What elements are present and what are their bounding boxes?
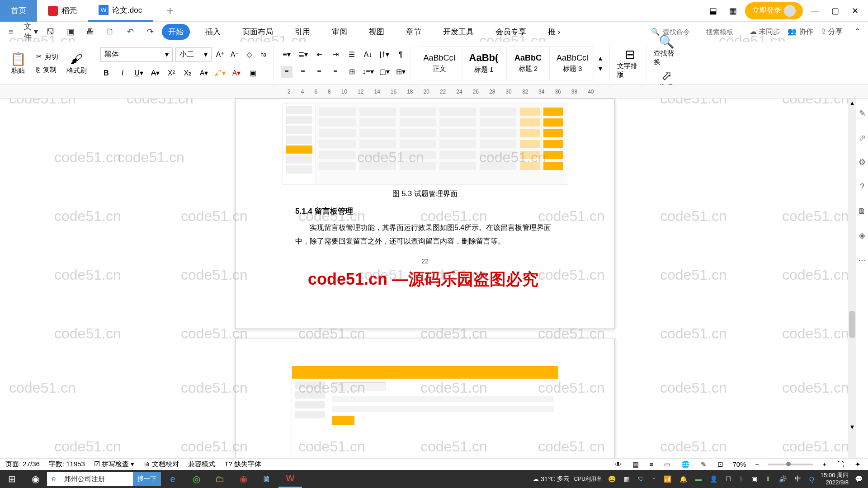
menutab-insert[interactable]: 插入 bbox=[199, 24, 227, 40]
collab-button[interactable]: 👥 协作 bbox=[788, 27, 813, 37]
taskbar-search[interactable]: e 搜一下 bbox=[47, 472, 161, 486]
scroll-down-icon[interactable]: ▾ bbox=[848, 422, 856, 431]
new-tab-button[interactable]: + bbox=[166, 4, 174, 18]
superscript-button[interactable]: X² bbox=[165, 67, 177, 79]
italic-button[interactable]: I bbox=[117, 67, 128, 79]
maximize-button[interactable]: ▢ bbox=[827, 3, 843, 19]
bold-button[interactable]: B bbox=[100, 67, 112, 79]
borders-button[interactable]: ⊞▾ bbox=[395, 66, 406, 78]
minimize-button[interactable]: — bbox=[807, 3, 823, 19]
align-right-button[interactable]: ≡ bbox=[313, 66, 325, 78]
redo-icon[interactable]: ↷ bbox=[143, 24, 157, 39]
tray-icon[interactable]: ⬇ bbox=[764, 474, 773, 483]
app-explorer-icon[interactable]: 🗀 bbox=[208, 470, 231, 488]
shrink-font-icon[interactable]: A⁻ bbox=[229, 49, 241, 61]
decrease-indent-button[interactable]: ⇤ bbox=[313, 49, 325, 61]
tray-icon[interactable]: ▦ bbox=[622, 474, 632, 483]
menutab-more[interactable]: 推 › bbox=[542, 24, 566, 40]
doc-paragraph[interactable]: 实现留言板管理功能，其界面运行效果图如图5.4所示。在该留言板管理界面中，除了需… bbox=[295, 221, 555, 249]
menutab-view[interactable]: 视图 bbox=[363, 24, 391, 40]
font-size-select[interactable]: 小二▾ bbox=[175, 47, 212, 62]
spell-check[interactable]: ☑ 拼写检查 ▾ bbox=[94, 460, 134, 469]
align-center-button[interactable]: ≡ bbox=[297, 66, 309, 78]
tray-icon[interactable]: ↑ bbox=[651, 474, 657, 483]
fullscreen-icon[interactable]: ⛶ bbox=[835, 460, 846, 469]
help-tool-icon[interactable]: ? bbox=[856, 181, 868, 192]
menutab-layout[interactable]: 页面布局 bbox=[236, 24, 279, 40]
tray-ime-icon[interactable]: 中 bbox=[793, 474, 803, 484]
text-layout-button[interactable]: ⊟文字排版 bbox=[617, 47, 642, 79]
view-outline-icon[interactable]: ≡ bbox=[648, 460, 656, 469]
style-h2[interactable]: AaBbC标题 2 bbox=[506, 46, 550, 80]
shading-button[interactable]: ▢▾ bbox=[378, 66, 390, 78]
char-border-button[interactable]: ▣ bbox=[247, 67, 259, 79]
asian-layout-button[interactable]: ☰ bbox=[346, 49, 358, 61]
undo-icon[interactable]: ↶ bbox=[123, 24, 137, 39]
eye-icon[interactable]: 👁 bbox=[613, 460, 623, 469]
tray-icon[interactable]: 🛡 bbox=[636, 474, 646, 483]
diamond-tool-icon[interactable]: ◈ bbox=[856, 230, 868, 241]
saveas-icon[interactable]: ▣ bbox=[63, 24, 78, 39]
zoom-out-button[interactable]: − bbox=[753, 460, 761, 469]
missing-fonts[interactable]: T? 缺失字体 bbox=[224, 460, 261, 469]
tab-document[interactable]: W 论文.doc bbox=[88, 0, 153, 22]
taskbar-search-input[interactable] bbox=[61, 472, 133, 486]
app-vm-icon[interactable]: ◉ bbox=[231, 470, 255, 488]
tray-icon[interactable]: Q bbox=[807, 474, 816, 483]
bullets-button[interactable]: ≡▾ bbox=[281, 49, 292, 61]
settings-tool-icon[interactable]: ⚙ bbox=[856, 156, 868, 168]
view-web-icon[interactable]: 🌐 bbox=[679, 460, 692, 469]
zoom-in-button[interactable]: + bbox=[821, 460, 828, 469]
vertical-scrollbar[interactable]: ▴ ▾ bbox=[848, 99, 856, 458]
tray-bluetooth-icon[interactable]: ᛒ bbox=[738, 474, 745, 483]
more-tools-icon[interactable]: ⋯ bbox=[856, 254, 868, 266]
print-icon[interactable]: 🖶 bbox=[83, 24, 98, 39]
figure-caption[interactable]: 图 5.3 试题管理界面 bbox=[236, 189, 614, 199]
style-scroll-up[interactable]: ▴ bbox=[597, 53, 604, 63]
style-h1[interactable]: AaBb(标题 1 bbox=[462, 46, 505, 80]
collapse-ribbon-icon[interactable]: ⌃ bbox=[850, 24, 864, 39]
view-page-icon[interactable]: ▤ bbox=[631, 460, 641, 469]
tray-icon[interactable]: ▬ bbox=[693, 474, 703, 483]
taskbar-weather[interactable]: ☁ 31℃ 多云 bbox=[533, 475, 570, 483]
menutab-start[interactable]: 开始 bbox=[162, 24, 190, 40]
share-button[interactable]: ⇪ 分享 bbox=[821, 27, 843, 37]
font-color-button[interactable]: A▾ bbox=[231, 67, 242, 79]
view-read-icon[interactable]: ▭ bbox=[662, 460, 672, 469]
format-painter-button[interactable]: 🖌格式刷 bbox=[64, 52, 89, 75]
text-effect-button[interactable]: A▾ bbox=[198, 67, 210, 79]
pencil-tool-icon[interactable]: ✎ bbox=[856, 108, 868, 119]
vertical-text-button[interactable]: |†▾ bbox=[378, 49, 390, 61]
menutab-refs[interactable]: 引用 bbox=[288, 24, 316, 40]
menutab-vip[interactable]: 会员专享 bbox=[489, 24, 533, 40]
scroll-thumb[interactable] bbox=[849, 311, 855, 338]
style-h3[interactable]: AaBbCcl标题 3 bbox=[551, 46, 594, 80]
template-search[interactable] bbox=[706, 28, 742, 36]
copy-button[interactable]: ⎘ 复制 bbox=[34, 65, 60, 75]
highlight-button[interactable]: 🖍▾ bbox=[214, 67, 226, 79]
tray-icon[interactable]: ☐ bbox=[724, 474, 733, 483]
taskbar-clock[interactable]: 15:00 周四 2022/9/8 bbox=[821, 472, 849, 486]
align-left-button[interactable]: ≡ bbox=[281, 66, 292, 78]
underline-button[interactable]: U▾ bbox=[133, 67, 145, 79]
start-button[interactable]: ⊞ bbox=[0, 470, 24, 488]
style-scroll-down[interactable]: ▾ bbox=[597, 63, 604, 74]
ruler[interactable]: 2 4 6 8 10 12 14 16 18 20 22 24 26 28 30… bbox=[0, 85, 868, 99]
menutab-review[interactable]: 审阅 bbox=[326, 24, 354, 40]
login-button[interactable]: 立即登录 bbox=[745, 2, 803, 19]
zoom-value[interactable]: 70% bbox=[732, 460, 746, 468]
increase-indent-button[interactable]: ⇥ bbox=[330, 49, 341, 61]
tray-action-center-icon[interactable]: 💬 bbox=[853, 474, 864, 483]
translate-tool-icon[interactable]: 🗎 bbox=[856, 205, 868, 217]
app-notepad-icon[interactable]: 🗎 bbox=[255, 470, 278, 488]
document-canvas[interactable]: 图 5.3 试题管理界面 5.1.4 留言板管理 实现留言板管理功能，其界面运行… bbox=[0, 99, 856, 458]
tab-docshell[interactable]: 稻壳 bbox=[37, 0, 88, 22]
show-marks-button[interactable]: ¶ bbox=[395, 49, 406, 61]
zoom-fit-icon[interactable]: ⊡ bbox=[716, 460, 725, 469]
tray-volume-icon[interactable]: 🔊 bbox=[777, 474, 788, 483]
font-family-select[interactable]: 黑体▾ bbox=[100, 47, 173, 62]
layout-icon[interactable]: ⬓ bbox=[705, 3, 721, 19]
grow-font-icon[interactable]: A⁺ bbox=[214, 49, 226, 61]
menutab-chapter[interactable]: 章节 bbox=[400, 24, 428, 40]
sort-button[interactable]: A↓ bbox=[362, 49, 374, 61]
